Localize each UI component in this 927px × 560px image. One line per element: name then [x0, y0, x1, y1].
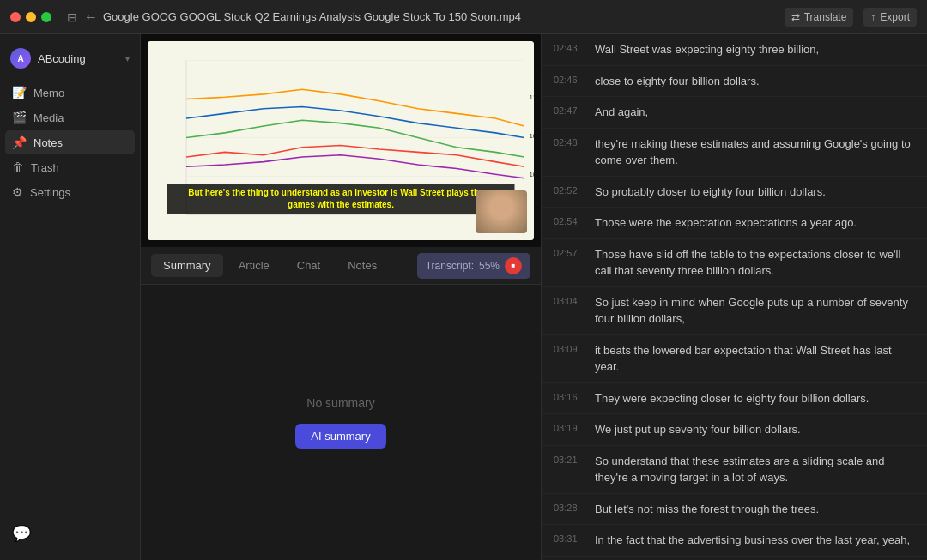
transcript-entry[interactable]: 03:19 We just put up seventy four billio… [542, 414, 927, 446]
transcript-entry[interactable]: 03:16 They were expecting closer to eigh… [542, 383, 927, 415]
sidebar-item-settings[interactable]: ⚙ Settings [5, 180, 135, 204]
transcript-text: it beats the lowered bar expectation tha… [595, 342, 915, 376]
transcript-panel[interactable]: 02:43 Wall Street was expecting eighty t… [541, 34, 927, 560]
sidebar-item-trash-label: Trash [31, 161, 59, 174]
minimize-button[interactable] [26, 12, 36, 22]
sidebar-bottom: 💬 [0, 515, 140, 551]
sidebar-item-media-label: Media [33, 111, 64, 124]
speaker-thumbnail [476, 190, 527, 233]
translate-icon: ⇄ [791, 11, 800, 23]
transcript-text: So understand that these estimates are a… [595, 453, 915, 486]
titlebar: ⊟ ← Google GOOG GOOGL Stock Q2 Earnings … [0, 0, 927, 34]
transcript-timestamp: 02:54 [554, 214, 586, 232]
main-content: 10,500 11,000 10,000 But here's the thin… [141, 34, 541, 560]
export-label: Export [880, 11, 910, 23]
tabs-bar: Summary Article Chat Notes Transcript: 5… [141, 247, 541, 285]
svg-text:10,000: 10,000 [529, 171, 534, 178]
transcript-label: Transcript: [426, 260, 474, 272]
transcript-entry[interactable]: 02:47 And again, [542, 97, 927, 129]
transcript-text: Those have slid off the table to the exp… [595, 246, 915, 280]
transcript-entry[interactable]: 03:28 But let's not miss the forest thro… [542, 494, 927, 526]
transcript-entry[interactable]: 03:34 advertising went up from fifty _ [542, 557, 927, 561]
chevron-down-icon: ▾ [125, 54, 130, 63]
sidebar-item-memo[interactable]: 📝 Memo [5, 81, 135, 105]
media-icon: 🎬 [12, 111, 27, 124]
chat-icon[interactable]: 💬 [12, 524, 128, 543]
transcript-timestamp: 03:19 [554, 421, 586, 438]
transcript-text: close to eighty four billion dollars. [595, 73, 760, 90]
video-thumbnail[interactable]: 10,500 11,000 10,000 But here's the thin… [141, 34, 541, 247]
sidebar: A ABcoding ▾ 📝 Memo 🎬 Media 📌 Notes 🗑 Tr… [0, 34, 141, 560]
settings-icon: ⚙ [12, 185, 23, 199]
transcript-entry[interactable]: 02:57 Those have slid off the table to t… [542, 239, 927, 287]
transcript-percentage: 55% [479, 260, 500, 272]
speaker-face [476, 190, 527, 233]
transcript-text: And again, [595, 104, 648, 121]
sidebar-item-notes[interactable]: 📌 Notes [5, 130, 135, 154]
video-subtitle: But here's the thing to understand as an… [167, 184, 515, 214]
transcript-button[interactable]: Transcript: 55% ■ [417, 253, 530, 279]
chart-background: 10,500 11,000 10,000 But here's the thin… [148, 41, 534, 240]
transcript-entry[interactable]: 02:52 So probably closer to eighty four … [542, 177, 927, 208]
notes-icon: 📌 [12, 135, 27, 149]
avatar: A [10, 48, 31, 69]
export-icon: ↑ [870, 11, 876, 23]
window-title: Google GOOG GOOGL Stock Q2 Earnings Anal… [103, 10, 785, 23]
sidebar-item-trash[interactable]: 🗑 Trash [5, 155, 135, 179]
memo-icon: 📝 [12, 86, 27, 99]
transcript-entry[interactable]: 03:09 it beats the lowered bar expectati… [542, 335, 927, 383]
transcript-entry[interactable]: 03:04 So just keep in mind when Google p… [542, 287, 927, 335]
transcript-timestamp: 03:04 [554, 294, 586, 328]
traffic-lights [10, 12, 52, 22]
video-frame: 10,500 11,000 10,000 But here's the thin… [148, 41, 534, 240]
svg-text:10,500: 10,500 [529, 132, 534, 140]
transcript-timestamp: 02:46 [554, 73, 586, 90]
transcript-entry[interactable]: 03:21 So understand that these estimates… [542, 446, 927, 494]
svg-text:11,000: 11,000 [529, 93, 534, 101]
transcript-text: they're making these estimates and assum… [595, 135, 915, 169]
transcript-timestamp: 03:16 [554, 390, 586, 407]
translate-button[interactable]: ⇄ Translate [785, 8, 854, 27]
transcript-timestamp: 02:52 [554, 184, 586, 201]
tab-notes[interactable]: Notes [336, 254, 389, 277]
transcript-entry[interactable]: 03:31 In the fact that the advertising b… [542, 525, 927, 557]
sidebar-toggle-icon[interactable]: ⊟ [67, 10, 77, 24]
transcript-entry[interactable]: 02:54 Those were the expectation expecta… [542, 208, 927, 239]
transcript-stop-button[interactable]: ■ [505, 257, 522, 274]
transcript-text: They were expecting closer to eighty fou… [595, 390, 869, 407]
no-summary-label: No summary [306, 396, 374, 410]
sidebar-nav: 📝 Memo 🎬 Media 📌 Notes 🗑 Trash ⚙ Setting… [0, 81, 140, 204]
transcript-timestamp: 02:47 [554, 104, 586, 121]
transcript-timestamp: 03:09 [554, 342, 586, 376]
transcript-timestamp: 03:31 [554, 532, 586, 549]
sidebar-item-notes-label: Notes [33, 136, 63, 149]
tab-chat[interactable]: Chat [285, 254, 332, 277]
transcript-text: Those were the expectation expectations … [595, 214, 857, 232]
transcript-timestamp: 03:21 [554, 453, 586, 486]
transcript-entry[interactable]: 02:48 they're making these estimates and… [542, 129, 927, 177]
transcript-text: In the fact that the advertising busines… [595, 532, 910, 549]
back-button[interactable]: ← [84, 9, 98, 25]
transcript-text: But let's not miss the forest through th… [595, 501, 819, 518]
transcript-text: Wall Street was expecting eighty three b… [595, 41, 819, 58]
app-layout: A ABcoding ▾ 📝 Memo 🎬 Media 📌 Notes 🗑 Tr… [0, 0, 927, 560]
export-button[interactable]: ↑ Export [863, 8, 917, 27]
workspace-selector[interactable]: A ABcoding ▾ [0, 43, 140, 74]
close-button[interactable] [10, 12, 21, 22]
stop-icon: ■ [512, 262, 516, 269]
ai-summary-button[interactable]: AI summary [295, 424, 385, 449]
translate-label: Translate [804, 11, 847, 23]
video-container: 10,500 11,000 10,000 But here's the thin… [141, 34, 541, 247]
workspace-name: ABcoding [38, 52, 118, 65]
transcript-entry[interactable]: 02:46 close to eighty four billion dolla… [542, 66, 927, 98]
tab-summary[interactable]: Summary [151, 254, 223, 277]
transcript-timestamp: 02:43 [554, 41, 586, 58]
tab-article[interactable]: Article [227, 254, 282, 277]
titlebar-actions: ⇄ Translate ↑ Export [785, 8, 917, 27]
transcript-text: So probably closer to eighty four billio… [595, 184, 826, 201]
transcript-timestamp: 03:28 [554, 501, 586, 518]
transcript-entry[interactable]: 02:43 Wall Street was expecting eighty t… [542, 34, 927, 66]
sidebar-item-settings-label: Settings [30, 186, 70, 199]
maximize-button[interactable] [41, 12, 52, 22]
sidebar-item-media[interactable]: 🎬 Media [5, 105, 135, 129]
